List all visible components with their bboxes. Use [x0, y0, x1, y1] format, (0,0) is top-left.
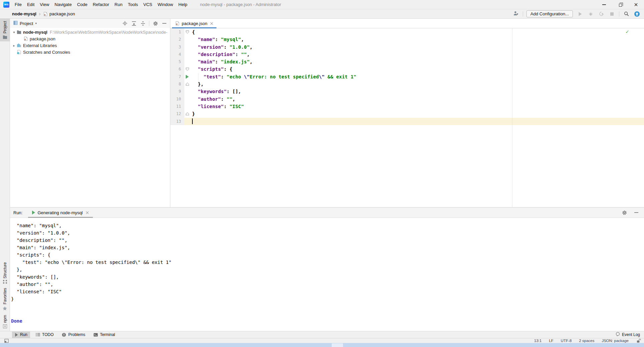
- toolwindow-button-terminal[interactable]: Terminal: [91, 332, 118, 338]
- restore-button[interactable]: [612, 0, 628, 9]
- code-line-7: 7 "test": "echo \"Error: no test specifi…: [170, 73, 644, 80]
- gutter-cell[interactable]: [184, 80, 190, 88]
- search-everywhere-button[interactable]: [623, 10, 630, 18]
- debug-button-disabled[interactable]: [587, 10, 594, 18]
- code-text[interactable]: [190, 118, 644, 125]
- stripe-button-favorites[interactable]: Favorites: [0, 286, 10, 312]
- code-text[interactable]: }: [190, 110, 644, 117]
- code-line-1: 1{: [170, 28, 644, 36]
- project-panel-title[interactable]: Project ▾: [13, 21, 37, 26]
- code-text[interactable]: "name": "mysql",: [190, 36, 644, 43]
- run-tab-close-icon[interactable]: ×: [86, 210, 90, 215]
- code-text[interactable]: "license": "ISC": [190, 103, 644, 110]
- tree-row-node-mysql[interactable]: ▾node-mysqlF:\WorkSpace\WebStormWorkSpac…: [10, 29, 170, 35]
- code-text[interactable]: },: [190, 80, 644, 88]
- line-separator-widget[interactable]: LF: [549, 339, 553, 343]
- gutter-cell[interactable]: [184, 28, 190, 36]
- chevron-down-icon[interactable]: ▾: [11, 30, 17, 34]
- code-text[interactable]: "description": "",: [190, 51, 644, 58]
- menu-item-file[interactable]: File: [12, 0, 24, 9]
- encoding-widget[interactable]: UTF-8: [561, 339, 572, 343]
- breadcrumb-project[interactable]: node-mysql: [12, 11, 36, 16]
- menu-item-navigate[interactable]: Navigate: [52, 0, 74, 9]
- tab-close-icon[interactable]: ×: [210, 21, 214, 26]
- chevron-right-icon[interactable]: ▸: [11, 44, 17, 47]
- indent-widget[interactable]: 2 spaces: [579, 339, 594, 343]
- code-text[interactable]: "keywords": [],: [190, 88, 644, 95]
- fold-open-icon[interactable]: [186, 30, 189, 34]
- run-button-disabled[interactable]: [576, 10, 584, 18]
- code-text[interactable]: "version": "1.0.0",: [190, 43, 644, 51]
- menu-item-tools[interactable]: Tools: [125, 0, 141, 9]
- menu-item-window[interactable]: Window: [155, 0, 176, 9]
- chevron-down-icon: ▾: [35, 22, 37, 25]
- code-text[interactable]: "author": "",: [190, 95, 644, 103]
- profiler-button-disabled[interactable]: [598, 10, 605, 18]
- code-text[interactable]: {: [190, 28, 644, 36]
- stripe-button-structure[interactable]: Structure: [0, 260, 10, 286]
- windows-taskbar-edge[interactable]: [0, 343, 644, 347]
- tree-row-package-json[interactable]: package.json: [10, 35, 170, 42]
- menu-item-code[interactable]: Code: [74, 0, 90, 9]
- run-panel-settings-button[interactable]: [621, 209, 628, 216]
- fold-close-icon[interactable]: [186, 112, 189, 115]
- fold-close-icon[interactable]: [186, 82, 189, 86]
- tree-row-external-libraries[interactable]: ▸External Libraries: [10, 42, 170, 49]
- tree-row-scratches-and-consoles[interactable]: Scratches and Consoles: [10, 49, 170, 55]
- run-tab-generating-node-mysql[interactable]: Generating node-mysql ×: [28, 208, 93, 218]
- breadcrumb-file-label: package.json: [49, 11, 75, 16]
- gutter-cell[interactable]: [184, 73, 190, 80]
- caret-position-widget[interactable]: 13:1: [534, 339, 541, 343]
- close-button[interactable]: ×: [628, 0, 644, 9]
- code-text[interactable]: "scripts": {: [190, 65, 644, 73]
- run-console[interactable]: "name": "mysql", "version": "1.0.0", "de…: [10, 218, 644, 331]
- code-line-10: 10 "author": "",: [170, 95, 644, 103]
- user-dropdown-button[interactable]: ▾: [512, 10, 519, 18]
- expand-all-button[interactable]: [131, 20, 137, 26]
- tab-package-json[interactable]: package.json ×: [172, 19, 216, 28]
- toolbar-divider: [619, 11, 619, 17]
- event-log-button[interactable]: Event Log: [616, 332, 640, 338]
- minimize-button[interactable]: [596, 0, 612, 9]
- update-available-button[interactable]: [633, 10, 641, 18]
- chevron-down-icon: ▾: [517, 12, 518, 16]
- settings-button[interactable]: [152, 20, 158, 26]
- file-type-widget[interactable]: JSON: package: [602, 339, 629, 343]
- right-margin-guide: [512, 28, 512, 207]
- menu-item-run[interactable]: Run: [112, 0, 125, 9]
- menu-item-refactor[interactable]: Refactor: [90, 0, 112, 9]
- menu-item-view[interactable]: View: [37, 0, 52, 9]
- editor-surface[interactable]: 1{2 "name": "mysql",3 "version": "1.0.0"…: [170, 28, 644, 207]
- gutter-cell[interactable]: [184, 65, 190, 73]
- readonly-toggle-button[interactable]: [636, 338, 641, 343]
- gutter-cell[interactable]: [184, 110, 190, 117]
- toolwindow-button-run[interactable]: Run: [12, 332, 30, 338]
- toolwindow-button-problems[interactable]: Problems: [59, 332, 88, 338]
- breadcrumb-file[interactable]: package.json: [43, 11, 75, 16]
- stop-button-disabled[interactable]: [608, 10, 616, 18]
- console-line: "version": "1.0.0",: [11, 229, 644, 237]
- code-text[interactable]: "main": "index.js",: [190, 58, 644, 65]
- expand-all-icon: [132, 21, 136, 26]
- run-script-gutter-icon[interactable]: [185, 75, 189, 79]
- locate-button[interactable]: [122, 20, 128, 26]
- profiler-disabled-icon: [599, 12, 604, 16]
- collapse-all-button[interactable]: [140, 20, 146, 26]
- inspection-ok-icon[interactable]: ✓: [625, 29, 629, 34]
- hide-button[interactable]: [161, 20, 167, 26]
- stripe-button-project[interactable]: Project: [0, 19, 10, 41]
- stripe-button-npm[interactable]: npm: [0, 313, 10, 330]
- debug-disabled-icon: [589, 12, 593, 16]
- add-configuration-button[interactable]: Add Configuration...: [526, 10, 573, 17]
- menu-item-help[interactable]: Help: [176, 0, 190, 9]
- gutter-cell: [184, 95, 190, 103]
- code-text[interactable]: "test": "echo \"Error: no test specified…: [190, 73, 644, 80]
- toolwindow-button-todo[interactable]: TODO: [33, 332, 56, 338]
- menu-item-edit[interactable]: Edit: [24, 0, 37, 9]
- code-token: Error: no test specified: [250, 74, 319, 79]
- menu-item-vcs[interactable]: VCS: [141, 0, 155, 9]
- run-panel-hide-button[interactable]: [633, 209, 640, 216]
- editor-area: package.json × 1{2 "name": "mysql",3 "ve…: [170, 19, 644, 207]
- code-token: ,: [250, 59, 253, 64]
- fold-open-icon[interactable]: [186, 67, 189, 71]
